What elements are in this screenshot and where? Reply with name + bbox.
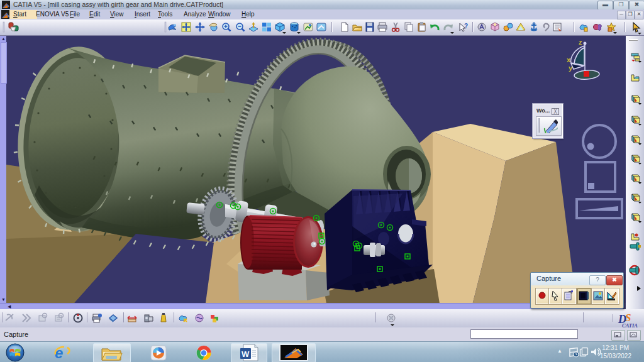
svg-text:W: W bbox=[242, 349, 250, 359]
svg-text:z: z bbox=[579, 38, 582, 46]
svg-text:y: y bbox=[569, 64, 573, 72]
svg-text:x: x bbox=[567, 56, 571, 63]
svg-text:CATIA: CATIA bbox=[622, 322, 638, 327]
svg-text:?: ? bbox=[464, 23, 468, 30]
